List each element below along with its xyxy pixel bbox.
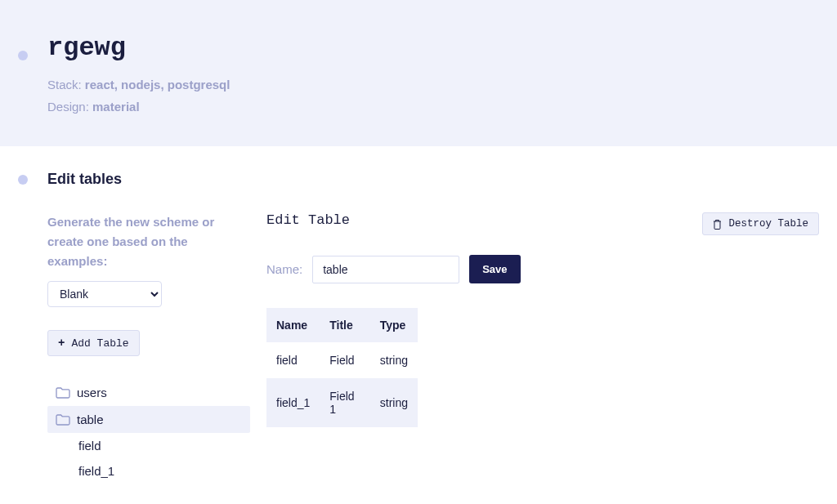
add-table-button[interactable]: + Add Table — [47, 330, 140, 356]
plus-icon: + — [58, 337, 65, 350]
cell-title: Field 1 — [320, 378, 370, 427]
folder-icon — [56, 387, 70, 399]
cell-title: Field — [320, 342, 370, 378]
destroy-table-button[interactable]: Destroy Table — [702, 212, 819, 235]
scheme-hint: Generate the new scheme or create one ba… — [47, 212, 250, 271]
table-row[interactable]: field_1 Field 1 string — [266, 378, 418, 427]
cell-name: field — [266, 342, 320, 378]
fields-table: Name Title Type field Field string — [266, 308, 418, 427]
table-item-label: users — [77, 386, 107, 399]
cell-type: string — [370, 342, 418, 378]
help-footer: Need help? Check out generator documenta… — [0, 498, 837, 504]
table-item-users[interactable]: users — [47, 379, 250, 406]
table-item-table[interactable]: table — [47, 406, 250, 433]
step-bullet — [18, 175, 28, 185]
destroy-table-label: Destroy Table — [728, 218, 808, 230]
edit-tables-title: Edit tables — [47, 171, 819, 188]
project-header: rgewg Stack: react, nodejs, postgresql D… — [0, 0, 837, 146]
step-bullet — [18, 51, 28, 60]
table-row[interactable]: field Field string — [266, 342, 418, 378]
edit-table-title: Edit Table — [266, 212, 350, 228]
trash-icon — [713, 219, 722, 230]
edit-tables-section: Edit tables Generate the new scheme or c… — [0, 146, 837, 498]
folder-icon — [56, 414, 70, 426]
stack-line: Stack: react, nodejs, postgresql — [47, 78, 819, 91]
field-item-label: field — [78, 439, 101, 453]
stack-value: react, nodejs, postgresql — [85, 78, 231, 91]
table-name-label: Name: — [266, 262, 302, 276]
design-line: Design: material — [47, 100, 819, 114]
field-item[interactable]: field — [47, 433, 250, 458]
col-type: Type — [370, 308, 418, 342]
add-table-label: Add Table — [71, 337, 128, 350]
field-item[interactable]: field_1 — [47, 458, 250, 482]
col-name: Name — [266, 308, 320, 342]
field-item-label: field_1 — [78, 464, 114, 478]
table-name-input[interactable] — [312, 256, 459, 283]
design-value: material — [92, 100, 140, 114]
project-title: rgewg — [47, 33, 819, 63]
tables-tree: users table field field_1 — [47, 379, 250, 482]
tables-sidebar: Generate the new scheme or create one ba… — [47, 212, 250, 482]
stack-label: Stack: — [47, 78, 82, 91]
scheme-select[interactable]: Blank — [47, 281, 162, 307]
cell-name: field_1 — [266, 378, 320, 427]
cell-type: string — [370, 378, 418, 427]
col-title: Title — [320, 308, 370, 342]
table-item-label: table — [77, 413, 104, 426]
save-button[interactable]: Save — [469, 255, 520, 283]
table-editor: Edit Table Destroy Table Name: Save — [266, 212, 819, 482]
design-label: Design: — [47, 100, 89, 114]
